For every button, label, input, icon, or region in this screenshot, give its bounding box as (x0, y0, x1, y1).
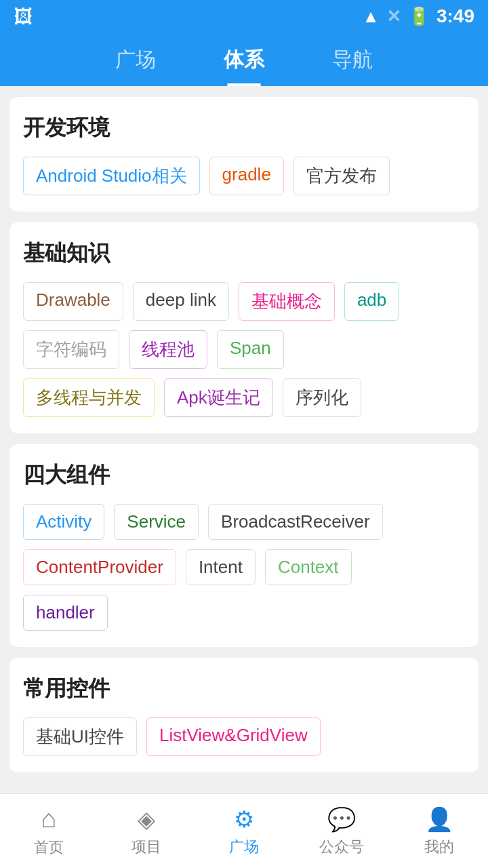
tag-android-studio[interactable]: Android Studio相关 (23, 157, 200, 195)
nav-official[interactable]: 💬 公众号 (293, 806, 390, 857)
nav-mine-label: 我的 (424, 837, 454, 857)
status-time: 3:49 (436, 5, 474, 27)
tag-deeplink[interactable]: deep link (133, 282, 229, 321)
tag-basic-ui[interactable]: 基础UI控件 (23, 717, 137, 756)
tag-broadcast-receiver[interactable]: BroadcastReceiver (208, 504, 383, 540)
tag-multithread[interactable]: 多线程与并发 (23, 378, 155, 417)
tag-official[interactable]: 官方发布 (293, 157, 390, 195)
tag-gradle[interactable]: gradle (209, 157, 284, 195)
project-icon: ◈ (138, 806, 155, 833)
tag-context[interactable]: Context (265, 549, 352, 585)
nav-plaza[interactable]: ⚙ 广场 (195, 806, 293, 857)
battery-icon: 🔋 (408, 6, 430, 27)
tag-serialize[interactable]: 序列化 (283, 378, 361, 417)
wifi-icon: ▲ (362, 6, 380, 27)
tag-row: handler (23, 595, 465, 631)
tag-drawable[interactable]: Drawable (23, 282, 123, 321)
nav-mine[interactable]: 👤 我的 (390, 806, 488, 857)
tag-apk[interactable]: Apk诞生记 (164, 378, 273, 417)
image-icon: 🖼 (14, 5, 33, 28)
section-dev-env-title: 开发环境 (23, 113, 465, 143)
official-icon: 💬 (327, 806, 356, 833)
tag-activity[interactable]: Activity (23, 504, 104, 540)
tag-handler[interactable]: handler (23, 595, 108, 631)
section-basics: 基础知识 Drawable deep link 基础概念 adb 字符编码 线程… (9, 222, 479, 433)
nav-home-label: 首页 (34, 837, 64, 858)
status-bar-left: 🖼 (14, 5, 33, 28)
home-icon: ⌂ (41, 804, 57, 833)
status-bar-right: ▲ ✕ 🔋 3:49 (362, 5, 474, 27)
tag-span[interactable]: Span (217, 330, 284, 369)
tab-system[interactable]: 体系 (210, 39, 278, 86)
tag-intent[interactable]: Intent (186, 549, 256, 585)
tab-plaza[interactable]: 广场 (102, 39, 169, 86)
nav-official-label: 公众号 (319, 837, 364, 857)
tag-adb[interactable]: adb (344, 282, 399, 321)
section-common-widgets-title: 常用控件 (23, 674, 465, 704)
section-common-widgets: 常用控件 基础UI控件 ListView&GridView (9, 658, 479, 772)
tag-row: 多线程与并发 Apk诞生记 序列化 (23, 378, 465, 417)
mine-icon: 👤 (425, 806, 453, 833)
plaza-icon: ⚙ (234, 806, 254, 833)
tag-row: ContentProvider Intent Context (23, 549, 465, 585)
nav-project[interactable]: ◈ 项目 (98, 806, 195, 857)
tag-content-provider[interactable]: ContentProvider (23, 549, 176, 585)
section-basics-title: 基础知识 (23, 239, 465, 269)
tag-row: Drawable deep link 基础概念 adb (23, 282, 465, 321)
nav-home[interactable]: ⌂ 首页 (0, 804, 98, 858)
section-four-components-title: 四大组件 (23, 460, 465, 490)
nav-plaza-label: 广场 (229, 837, 259, 857)
tag-row: 字符编码 线程池 Span (23, 330, 465, 369)
tag-char-encoding[interactable]: 字符编码 (23, 330, 119, 369)
section-four-components: 四大组件 Activity Service BroadcastReceiver … (9, 444, 479, 647)
tag-row: Activity Service BroadcastReceiver (23, 504, 465, 540)
status-bar: 🖼 ▲ ✕ 🔋 3:49 (0, 0, 488, 33)
content-area: 开发环境 Android Studio相关 gradle 官方发布 基础知识 D… (0, 86, 488, 793)
nav-project-label: 项目 (131, 837, 161, 857)
signal-icon: ✕ (386, 6, 401, 27)
tab-nav[interactable]: 导航 (319, 39, 386, 86)
tag-basic-concept[interactable]: 基础概念 (239, 282, 335, 321)
tag-thread-pool[interactable]: 线程池 (129, 330, 207, 369)
tag-row: 基础UI控件 ListView&GridView (23, 717, 465, 756)
section-dev-env: 开发环境 Android Studio相关 gradle 官方发布 (9, 97, 479, 212)
tag-service[interactable]: Service (114, 504, 199, 540)
bottom-nav: ⌂ 首页 ◈ 项目 ⚙ 广场 💬 公众号 👤 我的 (0, 793, 488, 868)
tab-bar: 广场 体系 导航 (0, 33, 488, 86)
tag-listview-gridview[interactable]: ListView&GridView (146, 717, 321, 756)
tag-row: Android Studio相关 gradle 官方发布 (23, 157, 465, 195)
